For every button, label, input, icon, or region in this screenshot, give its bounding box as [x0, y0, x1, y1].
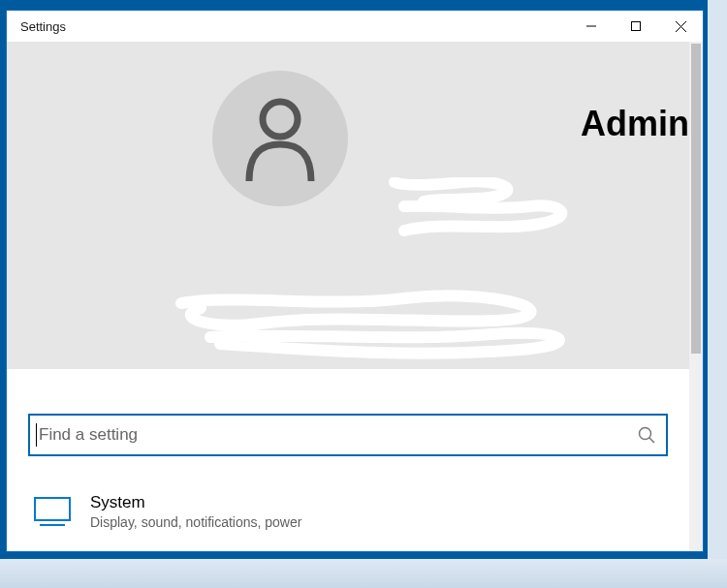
search-icon: [637, 425, 656, 445]
person-icon: [241, 96, 319, 181]
user-avatar: [212, 71, 348, 206]
category-system[interactable]: System Display, sound, notifications, po…: [28, 493, 668, 530]
search-input[interactable]: [39, 425, 637, 445]
maximize-icon: [631, 21, 641, 31]
svg-line-6: [649, 438, 654, 443]
search-box[interactable]: [28, 414, 668, 456]
close-icon: [676, 21, 686, 32]
settings-window: Settings Admin: [6, 10, 704, 552]
svg-rect-7: [35, 498, 70, 520]
category-title: System: [90, 493, 301, 512]
scrollbar-track[interactable]: [689, 42, 703, 551]
svg-point-5: [640, 428, 651, 440]
account-username: Admin: [581, 104, 689, 144]
svg-rect-1: [632, 22, 641, 31]
category-description: Display, sound, notifications, power: [90, 514, 301, 530]
account-hero: Admin: [7, 42, 689, 369]
desktop-background-sliver: [708, 0, 727, 588]
svg-point-4: [263, 102, 298, 137]
titlebar: Settings: [7, 11, 703, 42]
minimize-icon: [586, 21, 596, 31]
scrollbar-thumb[interactable]: [691, 44, 701, 354]
window-controls: [569, 11, 703, 42]
settings-body: System Display, sound, notifications, po…: [7, 369, 689, 530]
desktop-bottom-area: [0, 559, 727, 588]
window-title: Settings: [20, 19, 569, 34]
close-button[interactable]: [658, 11, 703, 42]
category-text: System Display, sound, notifications, po…: [90, 493, 301, 530]
system-icon: [34, 497, 71, 526]
minimize-button[interactable]: [569, 11, 614, 42]
text-caret: [36, 423, 37, 447]
maximize-button[interactable]: [614, 11, 658, 42]
content-area: Admin System: [7, 42, 703, 551]
